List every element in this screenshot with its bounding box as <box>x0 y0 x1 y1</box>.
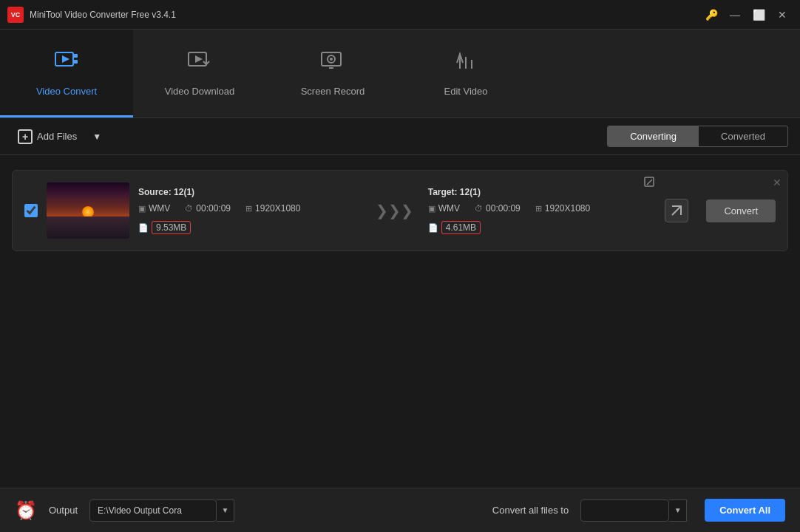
target-duration-icon: ⏱ <box>475 204 483 213</box>
card-edit-button[interactable] <box>644 177 654 189</box>
source-format-item: ▣ WMV <box>138 203 170 214</box>
tab-edit-video[interactable]: Edit Video <box>399 30 532 117</box>
target-size: 4.61MB <box>441 221 481 234</box>
tab-screen-record[interactable]: Screen Record <box>266 30 399 117</box>
output-label: Output <box>49 505 78 516</box>
toolbar: + Add Files ▼ Converting Converted <box>0 118 800 155</box>
close-button[interactable]: ✕ <box>772 7 793 23</box>
add-files-icon: + <box>18 129 33 144</box>
tab-edit-video-label: Edit Video <box>444 86 487 97</box>
target-size-icon: 📄 <box>428 223 438 233</box>
convert-all-format-dropdown[interactable]: ▼ <box>669 499 687 522</box>
converting-tab-group: Converting Converted <box>607 126 788 147</box>
file-thumbnail <box>47 183 129 239</box>
target-label: Target: 12(1) <box>428 187 651 197</box>
target-duration-item: ⏱ 00:00:09 <box>475 203 521 214</box>
source-resolution: 1920X1080 <box>255 203 300 214</box>
svg-rect-2 <box>73 54 78 58</box>
source-duration-item: ⏱ 00:00:09 <box>185 203 231 214</box>
app-logo: VC <box>7 7 24 23</box>
source-duration: 00:00:09 <box>196 203 231 214</box>
main-content: Source: 12(1) ▣ WMV ⏱ 00:00:09 ⊞ 1920X10… <box>0 155 800 488</box>
tab-video-download-label: Video Download <box>165 86 234 97</box>
output-path-input[interactable] <box>89 499 217 522</box>
target-resolution-icon: ⊞ <box>535 204 542 214</box>
file-source: Source: 12(1) ▣ WMV ⏱ 00:00:09 ⊞ 1920X10… <box>138 187 361 234</box>
tab-video-convert[interactable]: Video Convert <box>0 30 133 117</box>
video-convert-icon <box>53 48 80 80</box>
add-files-button[interactable]: + Add Files <box>12 125 83 149</box>
tab-video-convert-label: Video Convert <box>36 86 97 97</box>
video-download-icon <box>186 48 213 80</box>
target-size-item: 📄 4.61MB <box>428 221 481 234</box>
restore-button[interactable]: ⬜ <box>748 7 769 23</box>
convert-button[interactable]: Convert <box>706 200 776 222</box>
key-icon-btn[interactable]: 🔑 <box>701 7 722 23</box>
convert-all-button[interactable]: Convert All <box>705 499 785 522</box>
bottom-bar: ⏰ Output ▼ Convert all files to ▼ Conver… <box>0 488 800 532</box>
target-resolution: 1920X1080 <box>545 203 590 214</box>
target-resolution-item: ⊞ 1920X1080 <box>535 203 590 214</box>
add-files-dropdown-button[interactable]: ▼ <box>89 126 105 147</box>
svg-rect-3 <box>73 60 78 64</box>
source-count: 12(1) <box>174 187 194 197</box>
output-path-dropdown[interactable]: ▼ <box>217 499 234 522</box>
file-card: Source: 12(1) ▣ WMV ⏱ 00:00:09 ⊞ 1920X10… <box>12 170 788 251</box>
target-format-icon: ▣ <box>428 204 435 214</box>
target-count: 12(1) <box>460 187 481 197</box>
converted-tab[interactable]: Converted <box>699 126 787 146</box>
title-controls: 🔑 — ⬜ ✕ <box>701 7 793 23</box>
resolution-icon: ⊞ <box>245 204 252 214</box>
source-size-item: 📄 9.53MB <box>138 221 191 234</box>
format-icon: ▣ <box>138 204 146 214</box>
converting-tab[interactable]: Converting <box>608 126 699 146</box>
target-meta: ▣ WMV ⏱ 00:00:09 ⊞ 1920X1080 📄 4.61MB <box>428 203 651 234</box>
target-format-item: ▣ WMV <box>428 203 460 214</box>
screen-record-icon <box>319 48 346 80</box>
size-icon: 📄 <box>138 223 149 233</box>
file-checkbox[interactable] <box>24 204 38 217</box>
convert-all-label: Convert all files to <box>492 505 569 516</box>
app-title: MiniTool Video Converter Free v3.4.1 <box>30 10 701 20</box>
tab-screen-record-label: Screen Record <box>301 86 365 97</box>
svg-point-9 <box>330 58 333 61</box>
minimize-button[interactable]: — <box>725 7 745 23</box>
edit-video-icon <box>452 48 479 80</box>
title-bar: VC MiniTool Video Converter Free v3.4.1 … <box>0 0 800 30</box>
duration-icon: ⏱ <box>185 204 193 213</box>
source-meta: ▣ WMV ⏱ 00:00:09 ⊞ 1920X1080 📄 9.53MB <box>138 203 361 234</box>
source-resolution-item: ⊞ 1920X1080 <box>245 203 300 214</box>
clock-icon: ⏰ <box>15 500 37 521</box>
card-close-button[interactable]: ✕ <box>773 177 782 188</box>
convert-all-format-input[interactable] <box>580 499 669 522</box>
svg-marker-5 <box>195 55 203 63</box>
svg-line-15 <box>647 180 652 185</box>
source-size: 9.53MB <box>152 221 191 234</box>
target-settings-button[interactable] <box>665 199 688 222</box>
tab-video-download[interactable]: Video Download <box>133 30 266 117</box>
svg-marker-1 <box>62 55 70 63</box>
nav-bar: Video Convert Video Download Screen Reco… <box>0 30 800 118</box>
source-label: Source: 12(1) <box>138 187 361 197</box>
target-duration: 00:00:09 <box>486 203 521 214</box>
file-target: Target: 12(1) ▣ WMV ⏱ 00:00:09 ⊞ 1920X10… <box>428 187 651 234</box>
target-format: WMV <box>438 203 460 214</box>
convert-arrows: ❯❯❯ <box>370 202 419 219</box>
source-format: WMV <box>149 203 170 214</box>
add-files-label: Add Files <box>37 131 77 142</box>
